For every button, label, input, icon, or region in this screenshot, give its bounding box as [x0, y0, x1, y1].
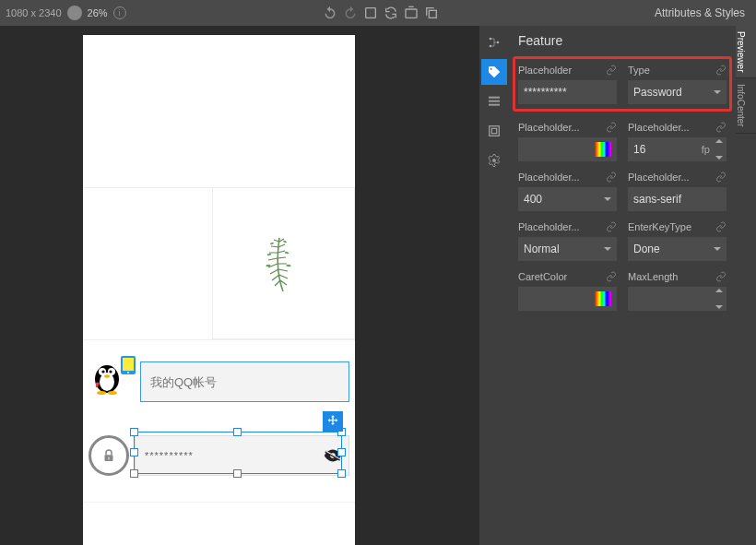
chevron-down-icon — [604, 247, 611, 251]
redo-icon[interactable] — [343, 6, 358, 20]
image-container[interactable] — [212, 187, 355, 339]
divider — [83, 502, 355, 503]
unit-label: fp — [702, 144, 710, 155]
type-label: Type — [628, 65, 650, 76]
tab-attributes-icon[interactable] — [481, 59, 507, 85]
placeholder-fontsize-label: Placeholder... — [628, 122, 690, 133]
password-row: ********** — [87, 422, 351, 489]
undo-icon[interactable] — [323, 6, 337, 20]
visibility-off-icon[interactable] — [323, 445, 343, 466]
fontstyle-dropdown[interactable]: Normal — [518, 237, 617, 261]
svg-point-26 — [490, 38, 492, 41]
fontstyle-label: Placeholder... — [518, 221, 580, 232]
placeholder-input[interactable] — [518, 80, 617, 104]
svg-point-13 — [101, 370, 104, 373]
stepper-icon[interactable] — [715, 139, 723, 160]
svg-point-6 — [284, 251, 289, 254]
export-icon[interactable] — [404, 6, 419, 20]
link-icon[interactable] — [606, 172, 617, 183]
rail-previewer[interactable]: Previewer — [736, 26, 756, 78]
link-icon[interactable] — [715, 65, 726, 76]
top-toolbar: 1080 x 2340 26% i Attributes & Styles — [0, 0, 756, 26]
link-icon[interactable] — [715, 221, 726, 232]
fontfamily-label: Placeholder... — [628, 172, 690, 183]
panel-title-partial: Attributes & Styles — [655, 6, 756, 19]
rail-infocenter[interactable]: InfoCenter — [736, 78, 756, 134]
tab-layers-icon[interactable] — [481, 89, 507, 114]
move-handle-icon[interactable] — [323, 411, 343, 432]
section-title: Feature — [518, 31, 726, 53]
chevron-down-icon — [714, 90, 721, 94]
password-input[interactable]: ********** — [135, 435, 349, 476]
maxlength-label: MaxLength — [628, 271, 678, 282]
svg-point-27 — [490, 45, 492, 48]
caretcolor-picker[interactable] — [518, 287, 617, 311]
fontweight-label: Placeholder... — [518, 172, 580, 183]
username-row — [87, 349, 351, 415]
link-icon[interactable] — [606, 221, 617, 232]
panel-body: Feature Placeholder — [509, 26, 736, 545]
zoom-slider-knob[interactable] — [67, 6, 82, 20]
rotate-icon[interactable] — [384, 6, 398, 20]
maxlength-input[interactable] — [628, 287, 726, 311]
type-value: Password — [633, 86, 682, 99]
svg-point-8 — [286, 264, 290, 267]
svg-point-20 — [127, 372, 129, 373]
svg-point-3 — [270, 242, 274, 244]
svg-rect-30 — [489, 101, 500, 102]
divider — [83, 339, 355, 340]
fontfamily-input[interactable] — [628, 187, 726, 211]
device-badge-icon — [118, 355, 138, 375]
type-dropdown[interactable]: Password — [628, 80, 726, 104]
qq-avatar-icon — [89, 359, 135, 405]
canvas-dimensions: 1080 x 2340 — [6, 7, 62, 18]
topbar-left: 1080 x 2340 26% i — [0, 6, 126, 20]
placeholder-fontsize-input[interactable]: 16 fp — [628, 137, 726, 161]
svg-point-17 — [108, 391, 117, 395]
caretcolor-label: CaretColor — [518, 271, 567, 282]
svg-rect-31 — [489, 104, 500, 106]
panel-tab-strip — [479, 26, 509, 545]
phone-mockup: ********** — [83, 35, 355, 545]
info-icon[interactable]: i — [113, 6, 126, 19]
copy-icon[interactable] — [424, 6, 439, 20]
link-icon[interactable] — [606, 271, 617, 282]
design-canvas[interactable]: ********** — [0, 26, 479, 545]
lock-icon-container — [89, 435, 129, 476]
screenshot-icon[interactable] — [363, 6, 378, 20]
placeholder-color-picker[interactable] — [518, 137, 617, 161]
fontweight-dropdown[interactable]: 400 — [518, 187, 617, 211]
link-icon[interactable] — [715, 271, 726, 282]
svg-rect-19 — [123, 358, 134, 371]
svg-point-16 — [97, 391, 106, 395]
tab-settings-icon[interactable] — [481, 148, 507, 173]
tab-tree-icon[interactable] — [481, 30, 507, 55]
username-input[interactable] — [140, 361, 349, 402]
highlight-box: Placeholder Type Password — [513, 56, 732, 112]
enterkeytype-dropdown[interactable]: Done — [628, 237, 726, 261]
color-swatch-icon — [595, 291, 611, 306]
link-icon[interactable] — [715, 122, 726, 133]
main-area: ********** — [0, 26, 756, 545]
svg-point-34 — [492, 159, 496, 162]
attributes-panel: Feature Placeholder — [479, 26, 756, 545]
svg-point-28 — [497, 41, 500, 44]
zoom-percent: 26% — [88, 7, 108, 18]
svg-rect-22 — [108, 457, 110, 460]
side-rail-tabs: Previewer InfoCenter — [736, 26, 756, 545]
placeholder-label: Placeholder — [518, 65, 572, 76]
svg-rect-33 — [491, 128, 496, 133]
svg-rect-29 — [489, 97, 500, 99]
svg-point-14 — [109, 370, 112, 373]
svg-point-4 — [283, 240, 287, 243]
svg-rect-0 — [366, 8, 376, 18]
stepper-icon[interactable] — [715, 289, 723, 309]
link-icon[interactable] — [606, 65, 617, 76]
svg-point-5 — [266, 253, 271, 255]
password-masked-value: ********** — [145, 450, 194, 461]
svg-rect-1 — [406, 9, 417, 18]
svg-point-15 — [104, 374, 110, 378]
link-icon[interactable] — [715, 172, 726, 183]
link-icon[interactable] — [606, 122, 617, 133]
tab-box-icon[interactable] — [481, 118, 507, 144]
